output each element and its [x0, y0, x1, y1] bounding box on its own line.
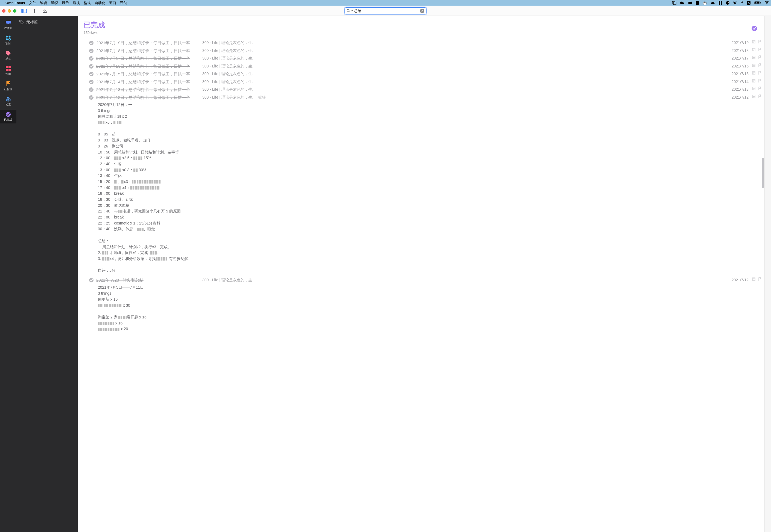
note-line: 20：30：做吃晚餐	[98, 203, 759, 209]
task-row[interactable]: 2021年7月17日，总结和打卡：每日做工，日拱一卒300 - Life | 理…	[78, 55, 764, 63]
nav-projects[interactable]: 项目	[0, 33, 16, 47]
menu-help[interactable]: 帮助	[120, 1, 127, 5]
note-icon[interactable]	[752, 71, 756, 75]
face-icon[interactable]	[726, 1, 730, 5]
clear-search-button[interactable]: ✕	[420, 9, 424, 13]
nav-tags[interactable]: 标签	[0, 49, 16, 62]
task-row[interactable]: 2021年7月14日，总结和打卡：每日做工，日拱一卒300 - Life | 理…	[78, 78, 764, 86]
flag-icon[interactable]	[758, 55, 762, 60]
note-icon[interactable]	[752, 79, 756, 83]
menubar-status-area: A	[672, 1, 769, 5]
a-box-icon[interactable]: A	[747, 1, 751, 5]
menu-automate[interactable]: 自动化	[95, 1, 105, 5]
grid-icon[interactable]	[719, 1, 722, 5]
menu-organize[interactable]: 组织	[51, 1, 58, 5]
note-line: 8：05：起	[98, 131, 759, 137]
quick-entry-button[interactable]	[41, 8, 49, 14]
task-row[interactable]: 2021年7月16日，总结和打卡：每日做工，日拱一卒300 - Life | 理…	[78, 63, 764, 70]
menu-file[interactable]: 文件	[29, 1, 36, 5]
inspector-strip[interactable]	[764, 16, 771, 532]
note-line: 1. 周总结和计划，计划x2，执行x3，完成。	[98, 244, 759, 250]
task-checkmark-icon[interactable]	[89, 95, 93, 100]
evernote-icon[interactable]	[696, 1, 699, 5]
cloud-sync-icon[interactable]	[703, 1, 707, 5]
battery-icon[interactable]	[754, 1, 761, 5]
nav-completed[interactable]: 已完成	[0, 110, 16, 123]
search-field[interactable]: ✕	[345, 7, 426, 14]
v-icon[interactable]	[733, 1, 737, 5]
redacted-text	[109, 304, 122, 307]
note-icon[interactable]	[752, 63, 756, 68]
menu-edit[interactable]: 编辑	[40, 1, 47, 5]
note-icon[interactable]	[752, 40, 756, 44]
nav-label-forecast: 预测	[5, 72, 11, 76]
no-tags-row[interactable]: 无标签	[19, 20, 75, 25]
flag-icon[interactable]	[758, 277, 762, 282]
window-zoom-button[interactable]	[13, 9, 16, 13]
cat-icon[interactable]	[688, 1, 692, 5]
flag-icon[interactable]	[758, 63, 762, 68]
nav-flagged[interactable]: 已标注	[0, 79, 16, 93]
flag-icon[interactable]	[758, 71, 762, 75]
task-note[interactable]: 2020年7月12日，一3 things周总结和计划 x 2 x6： 8：05：…	[78, 101, 764, 276]
task-checkmark-icon[interactable]	[89, 87, 93, 92]
nav-inbox[interactable]: 收件箱	[0, 18, 16, 32]
chevron-down-icon[interactable]	[351, 10, 353, 12]
task-checkmark-icon[interactable]	[89, 41, 93, 45]
svg-point-17	[767, 4, 767, 5]
task-title: 2021年 W28，计划和总结	[96, 277, 200, 283]
flag-icon[interactable]	[758, 48, 762, 52]
task-title: 2021年7月19日，总结和打卡：每日做工，日拱一卒	[96, 40, 200, 46]
note-icon[interactable]	[752, 94, 756, 99]
toggle-sidebar-button[interactable]	[20, 8, 28, 14]
nav-forecast[interactable]: 预测	[0, 64, 16, 78]
search-input[interactable]	[354, 9, 419, 13]
flag-icon[interactable]	[758, 79, 762, 83]
menu-window[interactable]: 窗口	[109, 1, 116, 5]
task-row[interactable]: 2021年7月15日，总结和打卡：每日做工，日拱一卒300 - Life | 理…	[78, 70, 764, 78]
nav-review[interactable]: 检查	[0, 94, 16, 108]
stage-manager-icon[interactable]	[672, 1, 676, 5]
task-note[interactable]: 2021年7月5日——7月11日3 things周更新 x 16 x 30 淘宝…	[78, 284, 764, 335]
flag-icon[interactable]	[758, 87, 762, 91]
note-icon[interactable]	[752, 87, 756, 91]
flag-icon[interactable]	[758, 40, 762, 44]
task-row[interactable]: 2021年7月19日，总结和打卡：每日做工，日拱一卒300 - Life | 理…	[78, 39, 764, 47]
task-checkmark-icon[interactable]	[89, 49, 93, 53]
macos-menubar: OmniFocus 文件 编辑 组织 显示 透视 格式 自动化 窗口 帮助 A	[0, 0, 771, 6]
task-checkmark-icon[interactable]	[89, 278, 93, 282]
task-row[interactable]: 2021年7月13日，总结和打卡：每日做工，日拱一卒300 - Life | 理…	[78, 86, 764, 94]
menu-perspective[interactable]: 透视	[73, 1, 80, 5]
main-content[interactable]: 已完成 150 动作 2021年7月19日，总结和打卡：每日做工，日拱一卒300…	[78, 16, 764, 532]
wifi-icon[interactable]	[764, 1, 769, 5]
p-icon[interactable]	[740, 1, 743, 5]
app-menu[interactable]: OmniFocus	[5, 1, 25, 5]
task-checkmark-icon[interactable]	[89, 80, 93, 84]
task-checkmark-icon[interactable]	[89, 56, 93, 61]
hat-icon[interactable]	[710, 1, 715, 5]
svg-line-21	[349, 11, 350, 12]
window-close-button[interactable]	[2, 9, 5, 13]
perspective-header: 已完成 150 动作	[78, 19, 764, 39]
flagged-icon	[5, 81, 11, 87]
task-checkmark-icon[interactable]	[89, 64, 93, 69]
scrollbar-thumb[interactable]	[762, 158, 764, 188]
task-row[interactable]: 2021年7月12日，总结和打卡：每日做工，日拱一卒300 - Life | 理…	[78, 94, 764, 102]
projects-icon	[5, 35, 11, 41]
nav-label-projects: 项目	[5, 42, 11, 45]
add-action-button[interactable]	[31, 8, 38, 14]
note-icon[interactable]	[752, 55, 756, 60]
svg-point-34	[20, 21, 21, 21]
window-minimize-button[interactable]	[8, 9, 11, 13]
note-icon[interactable]	[752, 48, 756, 52]
flag-icon[interactable]	[758, 94, 762, 99]
wechat-icon[interactable]	[680, 1, 685, 5]
redacted-text	[121, 180, 124, 184]
note-icon[interactable]	[752, 277, 756, 282]
task-row[interactable]: 2021年7月18日，总结和打卡：每日做工，日拱一卒300 - Life | 理…	[78, 47, 764, 55]
svg-rect-5	[719, 1, 720, 3]
task-checkmark-icon[interactable]	[89, 72, 93, 76]
task-row[interactable]: 2021年 W28，计划和总结300 - Life | 理论是灰色的，生活…20…	[78, 276, 764, 284]
menu-view[interactable]: 显示	[62, 1, 69, 5]
menu-format[interactable]: 格式	[84, 1, 91, 5]
